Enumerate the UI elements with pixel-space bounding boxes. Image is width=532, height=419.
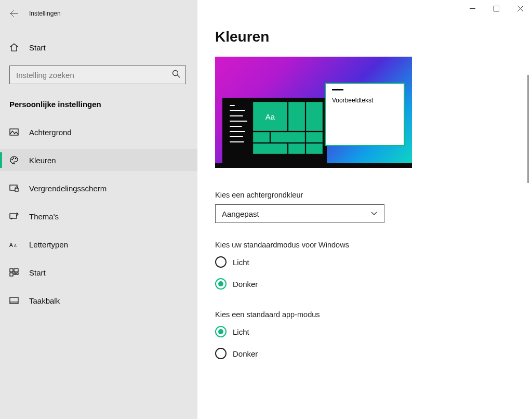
color-preview: Aa Voorbeeldtekst	[215, 57, 412, 168]
svg-rect-19	[17, 273, 18, 274]
home-label: Start	[29, 43, 46, 52]
radio-label: Licht	[233, 258, 249, 267]
svg-rect-15	[10, 269, 13, 272]
sidebar-item-label: Thema's	[29, 212, 59, 221]
radio-icon	[215, 256, 227, 268]
windows-mode-label: Kies uw standaardmodus voor Windows	[215, 241, 511, 249]
preview-start-menu: Aa	[222, 98, 327, 163]
svg-rect-6	[10, 129, 18, 135]
sidebar-item-lettertypen[interactable]: AA Lettertypen	[0, 233, 197, 255]
sidebar-item-themas[interactable]: Thema's	[0, 205, 197, 227]
search-icon	[171, 69, 181, 81]
svg-rect-20	[10, 297, 18, 304]
preview-window: Voorbeeldtekst	[325, 83, 405, 146]
start-grid-icon	[9, 268, 20, 277]
main-content: Kleuren Aa Voorbeeldtekst Kies e	[197, 0, 532, 419]
sidebar-item-start[interactable]: Start	[0, 261, 197, 283]
sidebar-item-achtergrond[interactable]: Achtergrond	[0, 121, 197, 143]
svg-rect-11	[15, 188, 18, 191]
color-mode-dropdown[interactable]: Aangepast	[215, 204, 384, 223]
taskbar-icon	[9, 297, 20, 304]
svg-point-7	[12, 159, 12, 160]
svg-text:A: A	[14, 244, 17, 247]
preview-tile-big: Aa	[253, 102, 287, 131]
radio-icon	[215, 326, 227, 337]
sidebar-item-label: Achtergrond	[29, 128, 72, 137]
app-mode-label: Kies een standaard app-modus	[215, 310, 511, 319]
radio-label: Donker	[233, 280, 258, 289]
svg-rect-17	[10, 273, 13, 276]
sidebar-item-label: Taakbalk	[29, 296, 60, 305]
sidebar-item-label: Vergrendelingsscherm	[29, 184, 107, 193]
app-mode-option-licht[interactable]: Licht	[215, 326, 511, 337]
chevron-down-icon	[370, 210, 378, 218]
svg-rect-12	[10, 214, 17, 218]
sidebar-section-heading: Persoonlijke instellingen	[9, 100, 188, 109]
svg-point-8	[13, 158, 14, 158]
app-mode-option-donker[interactable]: Donker	[215, 348, 511, 359]
home-icon	[9, 43, 20, 52]
sidebar-item-label: Lettertypen	[29, 240, 68, 249]
radio-icon	[215, 348, 227, 359]
radio-icon	[215, 278, 227, 290]
back-button[interactable]	[9, 9, 21, 18]
sidebar-item-home[interactable]: Start	[9, 41, 188, 54]
search-box[interactable]	[9, 66, 186, 84]
radio-label: Licht	[233, 328, 249, 336]
search-input[interactable]	[9, 66, 186, 84]
sidebar-item-label: Start	[29, 268, 46, 277]
sidebar-item-vergrendelingsscherm[interactable]: Vergrendelingsscherm	[0, 177, 197, 199]
svg-line-5	[177, 75, 180, 77]
preview-taskbar	[215, 163, 412, 168]
scrollbar-thumb[interactable]	[527, 75, 529, 183]
color-mode-label: Kies een achtergrondkleur	[215, 191, 511, 199]
windows-mode-option-donker[interactable]: Donker	[215, 278, 511, 290]
windows-mode-option-licht[interactable]: Licht	[215, 256, 511, 268]
svg-rect-16	[14, 269, 18, 272]
svg-text:A: A	[9, 242, 13, 248]
radio-label: Donker	[233, 349, 258, 358]
paintbrush-icon	[9, 212, 20, 221]
preview-sample-text: Voorbeeldtekst	[332, 97, 397, 104]
svg-rect-18	[14, 273, 16, 274]
lock-screen-icon	[9, 184, 20, 193]
svg-point-9	[15, 158, 16, 159]
font-icon: AA	[9, 240, 20, 248]
sidebar-item-label: Kleuren	[29, 156, 56, 165]
dropdown-value: Aangepast	[222, 210, 259, 218]
picture-icon	[9, 127, 20, 137]
sidebar-item-kleuren[interactable]: Kleuren	[0, 149, 197, 171]
app-title: Instellingen	[29, 10, 61, 17]
page-title: Kleuren	[215, 29, 511, 45]
sidebar-item-taakbalk[interactable]: Taakbalk	[0, 290, 197, 311]
sidebar: Instellingen Start Persoonlijke instelli…	[0, 0, 197, 419]
palette-icon	[9, 155, 20, 165]
sidebar-nav: Achtergrond Kleuren Vergrendelingsscherm…	[0, 121, 197, 318]
